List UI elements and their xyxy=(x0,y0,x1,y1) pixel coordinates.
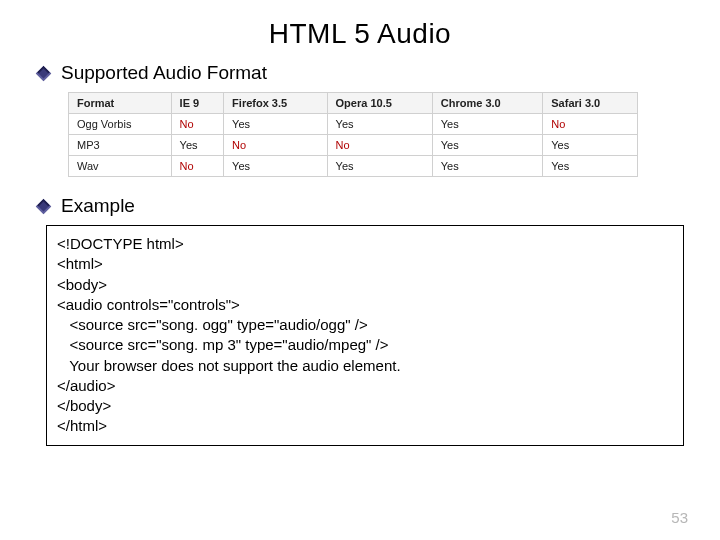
table-cell: Wav xyxy=(69,156,172,177)
diamond-bullet-icon xyxy=(36,198,52,214)
table-cell: Yes xyxy=(327,156,432,177)
heading-example: Example xyxy=(61,195,135,217)
table-row: WavNoYesYesYesYes xyxy=(69,156,638,177)
page-title: HTML 5 Audio xyxy=(0,0,720,62)
format-table-wrap: FormatIE 9Firefox 3.5Opera 10.5Chrome 3.… xyxy=(68,92,638,177)
diamond-bullet-icon xyxy=(36,65,52,81)
table-cell: Yes xyxy=(327,114,432,135)
table-header: Safari 3.0 xyxy=(543,93,638,114)
code-example-box: <!DOCTYPE html> <html> <body> <audio con… xyxy=(46,225,684,446)
table-cell: No xyxy=(543,114,638,135)
section-supported: Supported Audio Format xyxy=(0,62,720,84)
format-support-table: FormatIE 9Firefox 3.5Opera 10.5Chrome 3.… xyxy=(68,92,638,177)
table-header: Opera 10.5 xyxy=(327,93,432,114)
section-example: Example xyxy=(0,195,720,217)
table-header: Firefox 3.5 xyxy=(224,93,327,114)
table-cell: Ogg Vorbis xyxy=(69,114,172,135)
table-cell: Yes xyxy=(224,156,327,177)
heading-supported: Supported Audio Format xyxy=(61,62,267,84)
page-number: 53 xyxy=(671,509,688,526)
table-cell: Yes xyxy=(543,135,638,156)
table-cell: No xyxy=(224,135,327,156)
table-row: Ogg VorbisNoYesYesYesNo xyxy=(69,114,638,135)
table-row: MP3YesNoNoYesYes xyxy=(69,135,638,156)
table-cell: No xyxy=(171,156,224,177)
table-cell: Yes xyxy=(543,156,638,177)
table-cell: Yes xyxy=(432,156,542,177)
table-cell: MP3 xyxy=(69,135,172,156)
table-header: IE 9 xyxy=(171,93,224,114)
table-cell: Yes xyxy=(432,135,542,156)
table-header: Format xyxy=(69,93,172,114)
table-cell: No xyxy=(171,114,224,135)
table-cell: No xyxy=(327,135,432,156)
table-cell: Yes xyxy=(224,114,327,135)
table-cell: Yes xyxy=(171,135,224,156)
table-header: Chrome 3.0 xyxy=(432,93,542,114)
table-cell: Yes xyxy=(432,114,542,135)
